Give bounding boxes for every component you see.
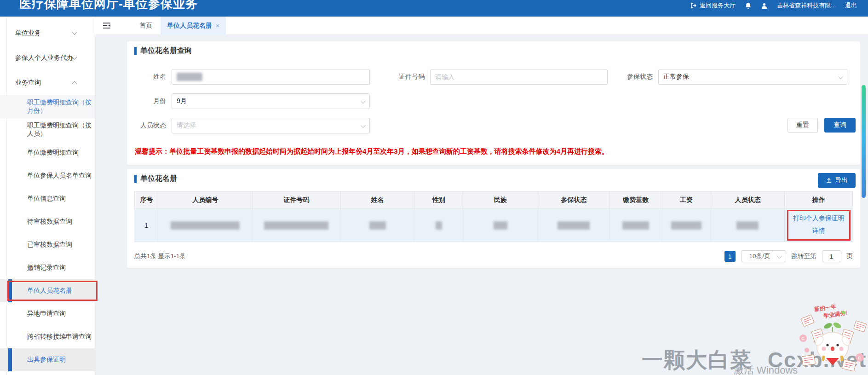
sidebar-item-8[interactable]: 待审核数据查询 xyxy=(0,210,95,233)
column-header: 民族 xyxy=(463,192,538,208)
sidebar-label: 跨省转移接续申请查询 xyxy=(27,333,92,341)
name-label: 姓名 xyxy=(134,73,172,81)
month-select[interactable]: 9月 xyxy=(172,93,370,109)
column-header: 参保状态 xyxy=(538,192,610,208)
column-header: 性别 xyxy=(414,192,463,208)
annotation-box: 打印个人参保证明详情 xyxy=(787,210,851,241)
sidebar-label: 业务查询 xyxy=(15,79,41,87)
sidebar-item-14[interactable]: 出具参保证明 xyxy=(0,348,95,371)
table-cell xyxy=(610,209,662,242)
tab-bar: 首页 单位人员花名册 × xyxy=(95,17,868,35)
sidebar-item-3[interactable]: 职工缴费明细查询（按月份） xyxy=(0,95,95,118)
scrollbar-thumb[interactable] xyxy=(862,85,866,198)
sidebar-item-12[interactable]: 异地申请查询 xyxy=(0,302,95,325)
query-form-row-3: 人员状态 请选择 xyxy=(134,118,853,133)
detail-link[interactable]: 详情 xyxy=(812,227,825,235)
sidebar-group-1[interactable]: 参保人个人业务代办 xyxy=(0,46,95,70)
chevron-down-icon xyxy=(361,123,366,128)
person-status-select[interactable]: 请选择 xyxy=(172,118,370,133)
sidebar-group-0[interactable]: 单位业务 xyxy=(0,21,95,46)
tab-home[interactable]: 首页 xyxy=(139,22,152,30)
table-cell xyxy=(711,209,785,242)
chevron-up-icon xyxy=(72,81,77,86)
jump-page-input[interactable] xyxy=(822,250,841,262)
column-header: 姓名 xyxy=(341,192,415,208)
column-header: 序号 xyxy=(135,192,158,208)
svg-text:C: C xyxy=(802,336,805,341)
redacted-value xyxy=(436,221,442,230)
page-1-button[interactable]: 1 xyxy=(724,251,736,262)
roster-table: 序号人员编号证件号码姓名性别民族参保状态缴费基数工资人员状态操作 1打印个人参保… xyxy=(134,191,853,242)
app-screen: 医疗保障单位网厅-单位参保业务 返回服务大厅 吉林省森祥科技有限... 退出 单… xyxy=(0,0,868,375)
table-cell: 1 xyxy=(135,209,158,242)
column-header: 操作 xyxy=(785,192,852,208)
column-header: 人员编号 xyxy=(158,192,252,208)
jump-prefix-label: 跳转至第 xyxy=(792,252,816,260)
column-header: 证件号码 xyxy=(253,192,341,208)
redacted-value xyxy=(736,221,759,230)
sidebar-item-7[interactable]: 单位信息查询 xyxy=(0,187,95,210)
month-label: 月份 xyxy=(134,97,172,105)
sidebar-menu: 单位业务参保人个人业务代办业务查询职工缴费明细查询（按月份）职工缴费明细查询（按… xyxy=(0,17,95,375)
sidebar-item-5[interactable]: 单位缴费明细查询 xyxy=(0,141,95,164)
cert-number-input[interactable] xyxy=(435,73,603,81)
record-summary: 总共1条 显示1-1条 xyxy=(134,252,186,260)
sidebar-item-11[interactable]: 单位人员花名册 xyxy=(0,279,95,302)
sidebar-item-10[interactable]: 撤销记录查询 xyxy=(0,256,95,279)
page-size-select[interactable]: 10条/页 xyxy=(741,250,786,262)
avatar-icon[interactable] xyxy=(761,2,768,9)
sidebar-label: 撤销记录查询 xyxy=(27,264,66,272)
page-title: 医疗保障单位网厅-单位参保业务 xyxy=(19,0,198,12)
sidebar-label: 单位人员花名册 xyxy=(27,287,72,295)
insure-status-select[interactable]: 正常参保 xyxy=(658,69,847,85)
sidebar-label: 参保人个人业务代办 xyxy=(15,54,73,62)
table-cell: 打印个人参保证明详情 xyxy=(785,209,852,242)
section-accent-bar xyxy=(134,175,137,183)
print-certificate-link[interactable]: 打印个人参保证明 xyxy=(793,214,845,223)
table-cell xyxy=(662,209,711,242)
sidebar-label: 出具参保证明 xyxy=(27,356,66,364)
roster-query-panel: 单位花名册查询 姓名 证件号码 参保状态 正常参保 月份 xyxy=(127,41,860,165)
chevron-down-icon xyxy=(776,254,782,259)
sidebar-item-9[interactable]: 已审核数据查询 xyxy=(0,233,95,256)
sidebar-item-13[interactable]: 跨省转移接续申请查询 xyxy=(0,325,95,348)
export-button[interactable]: 导出 xyxy=(818,173,856,188)
insure-status-label: 参保状态 xyxy=(608,73,658,81)
sidebar-label: 异地申请查询 xyxy=(27,310,66,318)
table-row: 1打印个人参保证明详情 xyxy=(134,209,853,242)
table-header-row: 序号人员编号证件号码姓名性别民族参保状态缴费基数工资人员状态操作 xyxy=(134,191,853,209)
back-to-hall-link[interactable]: 返回服务大厅 xyxy=(690,1,736,10)
reset-button[interactable]: 重置 xyxy=(788,118,818,133)
company-name[interactable]: 吉林省森祥科技有限... xyxy=(777,1,836,10)
bell-icon[interactable] xyxy=(745,2,752,9)
column-header: 工资 xyxy=(662,192,711,208)
sidebar-label: 职工缴费明细查询（按月份） xyxy=(27,98,95,115)
tab-roster[interactable]: 单位人员花名册 × xyxy=(161,17,226,35)
search-button[interactable]: 查询 xyxy=(824,118,856,133)
sidebar-item-6[interactable]: 单位参保人员名单查询 xyxy=(0,164,95,187)
header-actions: 返回服务大厅 吉林省森祥科技有限... 退出 xyxy=(690,0,857,11)
redacted-value xyxy=(171,221,240,230)
active-indicator-bar xyxy=(8,279,12,302)
query-form-row-1: 姓名 证件号码 参保状态 正常参保 xyxy=(134,69,853,85)
exit-arrow-icon xyxy=(690,2,697,9)
warning-tip: 温馨提示：单位批量工资基数申报的数据起始时间为据起始时间为上报年份4月至次年3月… xyxy=(135,147,609,156)
person-status-label: 人员状态 xyxy=(134,121,172,130)
redacted-value xyxy=(622,221,649,230)
query-form-row-2: 月份 9月 xyxy=(134,93,853,109)
logout-button[interactable]: 退出 xyxy=(845,1,857,10)
top-header-bar: 医疗保障单位网厅-单位参保业务 返回服务大厅 吉林省森祥科技有限... 退出 xyxy=(0,0,868,17)
mascot-sticker: 新的一年 学业满分! C C xyxy=(798,301,868,375)
column-header: 缴费基数 xyxy=(610,192,662,208)
redacted-value xyxy=(494,221,507,230)
collapse-menu-icon[interactable] xyxy=(103,22,111,29)
sidebar-group-2[interactable]: 业务查询 xyxy=(0,70,95,95)
sidebar-item-4[interactable]: 职工缴费明细查询（按人员） xyxy=(0,118,95,141)
close-icon[interactable]: × xyxy=(216,22,219,29)
sidebar-label: 待审核数据查询 xyxy=(27,218,72,226)
cert-number-label: 证件号码 xyxy=(370,73,430,81)
name-input[interactable] xyxy=(172,69,370,85)
roster-section-title: 单位花名册 xyxy=(134,174,177,184)
activate-windows-watermark: 激活 Windows xyxy=(734,363,798,375)
table-cell xyxy=(463,209,538,242)
